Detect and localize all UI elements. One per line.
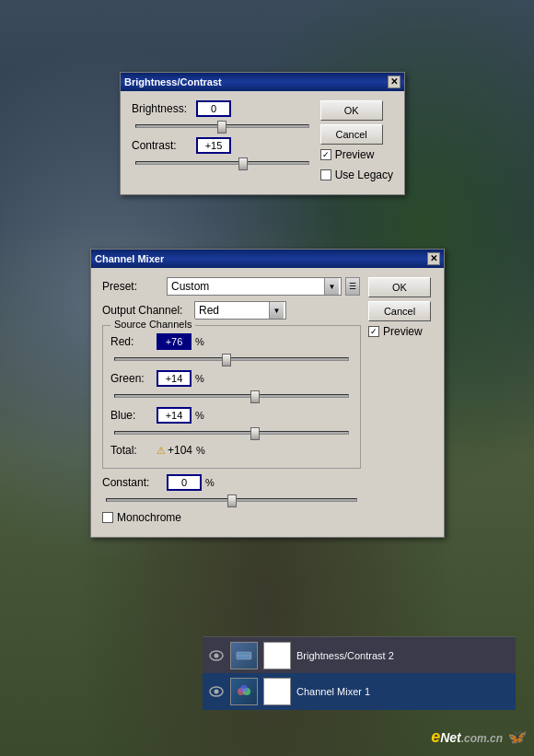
constant-slider-container: [102, 498, 361, 502]
red-input[interactable]: [157, 333, 192, 350]
watermark: eNet.com.cn 🦋: [431, 727, 525, 747]
cm-preview-checkbox[interactable]: ✓: [368, 326, 379, 337]
output-channel-dropdown-arrow[interactable]: ▼: [269, 302, 284, 319]
contrast-label: Contrast:: [132, 139, 196, 152]
red-pct: %: [195, 336, 204, 347]
contrast-input[interactable]: [196, 137, 231, 154]
contrast-row: Contrast:: [132, 137, 313, 154]
total-value: +104: [168, 444, 192, 457]
brightness-slider-track[interactable]: [135, 124, 309, 128]
preview-checkbox[interactable]: ✓: [320, 149, 331, 160]
constant-slider-track[interactable]: [106, 498, 357, 502]
bc-layer-icon: [235, 648, 253, 663]
blue-slider-container: [110, 431, 353, 435]
layer-brightness-contrast[interactable]: Brightness/Contrast 2: [203, 636, 516, 673]
cm-ok-button[interactable]: OK: [368, 277, 431, 297]
brightness-row: Brightness:: [132, 100, 313, 117]
svg-point-5: [215, 690, 219, 694]
cm-titlebar[interactable]: Channel Mixer ✕: [91, 250, 444, 268]
brightness-input[interactable]: [196, 100, 231, 117]
constant-row: Constant: %: [102, 474, 361, 491]
red-slider-thumb[interactable]: [222, 354, 231, 366]
bc-close-button[interactable]: ✕: [388, 76, 400, 88]
brightness-contrast-dialog: Brightness/Contrast ✕ Brightness: Contr: [120, 72, 405, 195]
use-legacy-label: Use Legacy: [335, 169, 393, 181]
preset-value: Custom: [171, 280, 209, 293]
red-row: Red: %: [110, 333, 353, 350]
layers-panel: Brightness/Contrast 2 Channel Mixer 1: [203, 636, 516, 710]
bc-content: Brightness: Contrast:: [121, 91, 404, 194]
butterfly-icon: 🦋: [506, 729, 525, 745]
green-pct: %: [195, 373, 204, 384]
bc-titlebar[interactable]: Brightness/Contrast ✕: [121, 73, 404, 91]
layer2-visibility-icon[interactable]: [208, 683, 225, 700]
monochrome-row: Monochrome: [102, 511, 361, 524]
layer2-mask: [263, 678, 291, 705]
contrast-slider-container: [132, 161, 313, 165]
svg-point-1: [215, 653, 219, 657]
constant-pct: %: [205, 477, 215, 488]
output-channel-value: Red: [199, 304, 219, 317]
total-label: Total:: [110, 444, 157, 457]
output-channel-dropdown[interactable]: Red ▼: [194, 301, 286, 320]
output-channel-row: Output Channel: Red ▼: [102, 301, 361, 320]
cm-preview-label: Preview: [383, 325, 423, 338]
total-pct: %: [196, 445, 205, 456]
green-label: Green:: [110, 372, 157, 385]
bc-cancel-button[interactable]: Cancel: [320, 124, 383, 145]
monochrome-label: Monochrome: [117, 511, 181, 524]
green-slider-thumb[interactable]: [250, 390, 260, 403]
use-legacy-row: Use Legacy: [320, 169, 393, 181]
constant-slider-thumb[interactable]: [227, 494, 237, 507]
source-channels-label: Source Channels: [110, 319, 195, 330]
svg-point-8: [240, 685, 248, 692]
green-row: Green: %: [110, 370, 353, 387]
cm-preview-row: ✓ Preview: [368, 325, 433, 338]
monochrome-checkbox[interactable]: [102, 512, 113, 523]
green-slider-container: [110, 394, 353, 398]
constant-label: Constant:: [102, 476, 167, 489]
blue-row: Blue: %: [110, 407, 353, 424]
blue-input[interactable]: [157, 407, 192, 424]
cm-content: Preset: Custom ▼ ☰ Output Channel:: [91, 268, 444, 537]
layer1-thumbnail: [230, 642, 258, 669]
contrast-slider-thumb[interactable]: [238, 157, 248, 170]
layer2-thumbnail: [230, 678, 258, 705]
red-slider-container: [110, 357, 353, 361]
cm-layer-icon: [235, 684, 253, 699]
layer1-visibility-icon[interactable]: [208, 647, 225, 664]
preview-label: Preview: [335, 148, 375, 161]
preset-menu-button[interactable]: ☰: [345, 277, 360, 296]
preset-label: Preset:: [102, 280, 167, 293]
green-input[interactable]: [157, 370, 192, 387]
output-channel-label: Output Channel:: [102, 304, 194, 317]
green-slider-track[interactable]: [114, 394, 349, 398]
contrast-slider-track[interactable]: [135, 161, 309, 165]
constant-input[interactable]: [167, 474, 202, 491]
channel-mixer-dialog: Channel Mixer ✕ Preset: Custom ▼ ☰: [90, 249, 445, 538]
eye-icon: [209, 650, 224, 661]
preset-dropdown-arrow[interactable]: ▼: [324, 278, 339, 295]
cm-close-button[interactable]: ✕: [427, 252, 440, 265]
bc-ok-button[interactable]: OK: [320, 100, 383, 121]
preset-icons: ☰: [345, 277, 360, 296]
layer-channel-mixer[interactable]: Channel Mixer 1: [203, 673, 516, 710]
use-legacy-checkbox[interactable]: [320, 169, 331, 180]
warning-icon: ⚠: [157, 445, 166, 457]
blue-label: Blue:: [110, 409, 157, 422]
cm-cancel-button[interactable]: Cancel: [368, 301, 431, 321]
red-label: Red:: [110, 335, 157, 348]
red-slider-track[interactable]: [114, 357, 349, 361]
brightness-label: Brightness:: [132, 102, 196, 115]
blue-pct: %: [195, 410, 204, 421]
blue-slider-thumb[interactable]: [250, 427, 260, 440]
layer1-mask: [263, 642, 291, 669]
preset-row: Preset: Custom ▼ ☰: [102, 277, 361, 296]
brightness-slider-thumb[interactable]: [217, 121, 226, 134]
blue-slider-track[interactable]: [114, 431, 349, 435]
layer2-name: Channel Mixer 1: [296, 686, 510, 697]
total-row: Total: ⚠ +104 %: [110, 444, 353, 457]
watermark-e: e: [431, 727, 440, 746]
watermark-net: Net: [440, 730, 461, 745]
preset-dropdown[interactable]: Custom ▼: [167, 277, 342, 296]
